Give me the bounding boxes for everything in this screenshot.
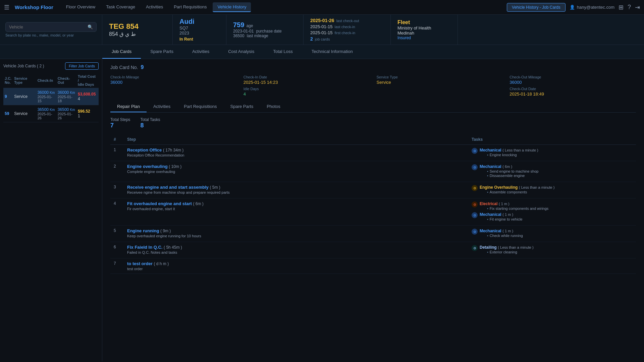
tab-spare-parts[interactable]: Spare Parts — [141, 45, 183, 59]
task-time: ( 1 m ) — [502, 229, 513, 233]
task-dept-icon: ⚙ — [472, 201, 478, 207]
step-name: Receive engine and and start assembly ( … — [127, 185, 465, 190]
task-detail: •Send engine to machine shop — [487, 169, 538, 173]
nav-activities[interactable]: Activities — [141, 2, 168, 12]
table-row[interactable]: 9 Service 36000 Km 2025-01-15 36000 Km 2… — [3, 88, 99, 105]
nav-floor-overview[interactable]: Floor Overview — [61, 2, 100, 12]
search-box[interactable]: 🔍 — [5, 22, 97, 32]
fleet-city: Medinah — [397, 31, 451, 36]
tab-job-cards[interactable]: Job Cards — [102, 45, 141, 59]
col-tasks: Tasks — [468, 134, 636, 145]
last-checkin-label: last check-in — [335, 25, 355, 29]
job-card-info: Check-In Mileage 36000 Check-In Date 202… — [110, 75, 636, 97]
task-detail: •Exterior cleaning — [487, 250, 534, 254]
step-number: 2 — [110, 161, 124, 182]
task-row: ⚙ Mechanical ( 1 m ) •Fit engine to vehi… — [472, 212, 633, 221]
col-step: Step — [124, 134, 468, 145]
step-name: Reception Office ( 17h 34m ) — [127, 147, 465, 153]
sub-tab-photos[interactable]: Photos — [260, 101, 287, 112]
step-info: to test order ( d h m ) test order — [124, 258, 468, 274]
main-layout: Vehicle Job Cards ( 2 ) Filter Job Cards… — [0, 59, 644, 361]
first-checkin-date: 2025-01-15 — [310, 30, 333, 35]
task-dept-icon: ⚙ — [472, 148, 478, 154]
sub-tab-spare-parts[interactable]: Spare Parts — [224, 101, 260, 112]
vehicle-mileage-num: 759 — [233, 21, 244, 29]
sub-tabs: Repair Plan Activities Part Requisitions… — [110, 101, 636, 113]
tab-total-loss[interactable]: Total Loss — [264, 45, 302, 59]
job-cards-label: job cards — [315, 37, 330, 41]
task-dept-name: Detailing — [480, 245, 497, 250]
step-tasks: ⚙ Engine Overhauling ( Less than a minut… — [468, 182, 636, 198]
jc-checkout-9: 36000 Km 2025-01-18 — [56, 88, 76, 105]
logout-icon[interactable]: ⇥ — [635, 4, 640, 11]
step-info: Engine overhauling ( 10m ) Complete engi… — [124, 161, 468, 182]
step-desc: test order — [127, 267, 465, 271]
repair-plan-table: # Step Tasks 1 Reception Office ( 17h 34… — [110, 134, 636, 274]
jc-checkout-59: 36500 Km 2025-01-26 — [56, 105, 76, 122]
step-name: Fix Faield In Q.C. ( 5h 45m ) — [127, 245, 465, 250]
sub-tab-activities[interactable]: Activities — [147, 101, 177, 112]
fleet-status: Insured — [397, 36, 451, 40]
task-dept-icon: ⚙ — [472, 185, 478, 191]
task-detail: •Fit engine to vehicle — [487, 217, 523, 221]
task-row: ⚙ Electrical ( 1 m ) •Fix starting compo… — [472, 201, 633, 210]
job-card-header: Job Card No. 9 — [110, 64, 636, 70]
step-desc: Receivee ngine from machine shop and pre… — [127, 190, 465, 194]
step-name: Engine overhauling ( 10m ) — [127, 164, 465, 169]
col-checkout: Check-Out — [56, 73, 76, 88]
plate-section: TEG 854 854 ط ي ق — [102, 15, 173, 45]
task-row: ⚙ Detailing ( Less than a minute ) •Exte… — [472, 245, 633, 254]
hamburger-icon[interactable]: ☰ — [4, 4, 9, 11]
help-icon[interactable]: ? — [628, 4, 631, 11]
filter-job-cards-button[interactable]: Filter Job Cards — [65, 62, 99, 70]
step-desc: Recepiton Office Recommendation — [127, 153, 465, 157]
task-row: ⚙ Mechanical ( 6m ) •Send engine to mach… — [472, 164, 633, 178]
table-row: 2 Engine overhauling ( 10m ) Complete en… — [110, 161, 636, 182]
search-input[interactable] — [9, 24, 88, 29]
task-dept-icon: ⚙ — [472, 229, 478, 235]
task-dept-name: Electrical — [480, 201, 497, 206]
step-tasks: ⚙ Electrical ( 1 m ) •Fix starting compo… — [468, 198, 636, 226]
jc-type-59: Service — [13, 105, 36, 122]
nav-task-coverage[interactable]: Task Coverage — [101, 2, 140, 12]
user-icon: 👤 — [570, 5, 575, 10]
tab-activities[interactable]: Activities — [183, 45, 219, 59]
user-name: hany@atentec.com — [577, 5, 614, 10]
nav-part-requisitions[interactable]: Part Requisitions — [169, 2, 211, 12]
col-service-type: Service Type — [13, 73, 36, 88]
table-row[interactable]: 59 Service 36500 Km 2025-01-26 36500 Km … — [3, 105, 99, 122]
tab-technical-info[interactable]: Technical Information — [302, 45, 362, 59]
nav-vehicle-history[interactable]: Vehicle History — [213, 2, 251, 12]
step-number: 3 — [110, 182, 124, 198]
grid-icon[interactable]: ⊞ — [619, 4, 624, 11]
step-number: 4 — [110, 198, 124, 226]
step-name: Fit overhauled engine and start ( 6m ) — [127, 201, 465, 206]
jc-checkout-date-item: Check-Out Date 2025-01-18 18:49 — [509, 87, 636, 97]
sub-tab-part-requisitions[interactable]: Part Requisitions — [177, 101, 223, 112]
checkin-section: 2025-01-26 last check-out 2025-01-15 las… — [304, 15, 391, 45]
plate-number-ar: 854 ط ي ق — [109, 31, 166, 37]
search-icon[interactable]: 🔍 — [88, 24, 93, 29]
sub-tab-repair-plan[interactable]: Repair Plan — [110, 101, 147, 112]
col-checkin: Check-In — [36, 73, 56, 88]
jc-checkout-mileage-item: Check-Out Mileage 36000 — [509, 75, 636, 85]
step-info: Reception Office ( 17h 34m ) Recepiton O… — [124, 145, 468, 161]
total-steps-stat: Total Steps 7 — [110, 117, 130, 129]
nav-badge[interactable]: Vehicle History - Job Cards — [507, 3, 566, 12]
last-checkout-date: 2025-01-26 — [310, 18, 334, 23]
search-hint: Search by plate no., make, model, or yea… — [5, 33, 97, 37]
task-time: ( Less than a minute ) — [498, 245, 533, 249]
vehicle-make: Audi — [179, 18, 219, 25]
nav-right: Vehicle History - Job Cards 👤 hany@atent… — [507, 3, 640, 12]
jc-header-number: 9 — [141, 64, 144, 70]
mileage-section: 759 age 2023-01-01 purchase date 36500 l… — [226, 15, 304, 45]
task-row: ⚙ Engine Overhauling ( Less than a minut… — [472, 185, 633, 194]
user-info: 👤 hany@atentec.com — [570, 5, 614, 10]
tab-cost-analysis[interactable]: Cost Analysis — [219, 45, 264, 59]
step-desc: Failed in Q.C. Notes and tasks — [127, 250, 465, 254]
jc-header-label: Job Card No. — [110, 65, 138, 70]
task-dept-name: Engine Overhauling — [480, 185, 518, 190]
task-dept-icon: ⚙ — [472, 212, 478, 218]
vehicle-mileage-label: age — [246, 23, 253, 28]
task-dept-name: Mechanical — [480, 148, 501, 153]
